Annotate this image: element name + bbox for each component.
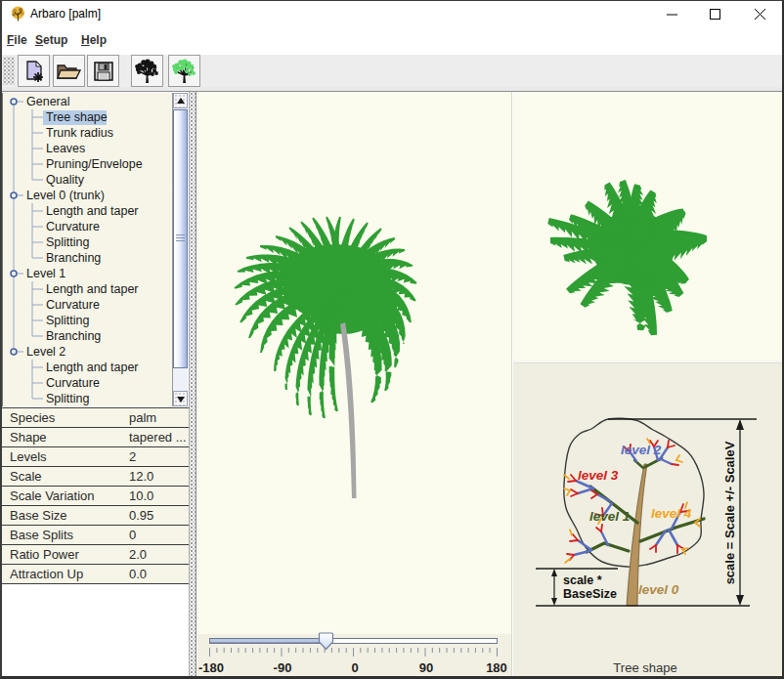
svg-text:BaseSize: BaseSize bbox=[563, 587, 617, 601]
svg-text:Tree shape: Tree shape bbox=[613, 660, 676, 675]
svg-text:level 0: level 0 bbox=[638, 582, 679, 597]
svg-text:scale *: scale * bbox=[563, 573, 602, 587]
svg-text:level 4: level 4 bbox=[651, 506, 692, 521]
svg-text:level 3: level 3 bbox=[578, 468, 619, 483]
svg-text:level 1: level 1 bbox=[589, 509, 630, 524]
svg-text:level 2: level 2 bbox=[621, 443, 662, 457]
svg-text:scale = Scale +/- ScaleV: scale = Scale +/- ScaleV bbox=[722, 441, 737, 584]
